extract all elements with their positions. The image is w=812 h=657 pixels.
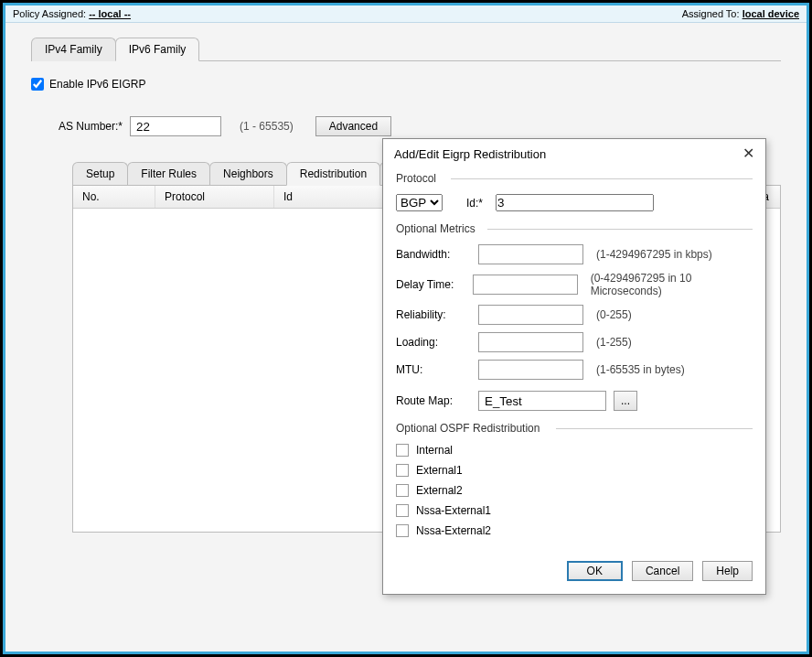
ospf-nssa2-label: Nssa-External2 [416, 524, 491, 537]
ospf-internal-row: Internal [396, 444, 753, 457]
ospf-nssa2-row: Nssa-External2 [396, 524, 753, 537]
loading-label: Loading: [396, 336, 471, 349]
mtu-hint: (1-65535 in bytes) [596, 363, 685, 376]
ospf-nssa1-checkbox[interactable] [396, 504, 409, 517]
topbar: Policy Assigned: -- local -- Assigned To… [5, 5, 807, 23]
assigned-to: Assigned To: local device [682, 8, 799, 19]
ospf-section-label: Optional OSPF Redistribution [396, 422, 753, 435]
as-number-input[interactable] [130, 116, 221, 136]
ospf-options: Internal External1 External2 Nssa-Extern… [396, 444, 753, 537]
enable-ipv6-eigrp-row: Enable IPv6 EIGRP [31, 78, 781, 91]
assigned-to-link[interactable]: local device [743, 8, 799, 19]
routemap-input[interactable] [478, 391, 606, 411]
col-protocol[interactable]: Protocol [155, 186, 274, 208]
bandwidth-hint: (1-4294967295 in kbps) [596, 248, 712, 261]
as-number-label: AS Number:* [59, 120, 123, 133]
tab-redistribution[interactable]: Redistribution [286, 162, 380, 186]
reliability-input[interactable] [478, 305, 583, 325]
tab-neighbors[interactable]: Neighbors [209, 162, 287, 186]
dialog-titlebar: Add/Edit Eigrp Redistribution ✕ [383, 139, 765, 168]
routemap-browse-button[interactable]: ... [614, 391, 637, 411]
ospf-nssa1-label: Nssa-External1 [416, 504, 491, 517]
ospf-nssa1-row: Nssa-External1 [396, 504, 753, 517]
mtu-label: MTU: [396, 363, 471, 376]
ospf-internal-checkbox[interactable] [396, 444, 409, 457]
dialog-body: Protocol BGP Id:* Optional Metrics Bandw… [383, 168, 765, 594]
reliability-label: Reliability: [396, 308, 471, 321]
tab-setup[interactable]: Setup [72, 162, 128, 186]
ospf-internal-label: Internal [416, 444, 453, 457]
bandwidth-input[interactable] [478, 244, 583, 264]
add-edit-eigrp-dialog: Add/Edit Eigrp Redistribution ✕ Protocol… [382, 138, 766, 595]
enable-ipv6-eigrp-label: Enable IPv6 EIGRP [49, 78, 145, 91]
bandwidth-row: Bandwidth: (1-4294967295 in kbps) [396, 244, 753, 264]
protocol-select[interactable]: BGP [396, 194, 443, 211]
ospf-external2-checkbox[interactable] [396, 484, 409, 497]
enable-ipv6-eigrp-checkbox[interactable] [31, 78, 44, 91]
as-number-row: AS Number:* (1 - 65535) Advanced [59, 116, 781, 136]
ospf-external1-checkbox[interactable] [396, 464, 409, 477]
delay-hint: (0-4294967295 in 10 Microseconds) [591, 272, 753, 297]
cancel-button[interactable]: Cancel [632, 561, 693, 581]
routemap-label: Route Map: [396, 394, 471, 407]
dialog-buttons: OK Cancel Help [396, 554, 753, 581]
family-tabs: IPv4 Family IPv6 Family [31, 38, 781, 61]
id-label: Id:* [466, 197, 483, 210]
as-number-range: (1 - 65535) [240, 120, 294, 133]
delay-input[interactable] [473, 275, 578, 295]
ospf-external2-row: External2 [396, 484, 753, 497]
id-input[interactable] [496, 194, 654, 211]
tab-ipv4-family[interactable]: IPv4 Family [31, 38, 116, 61]
metrics-section-label: Optional Metrics [396, 222, 753, 235]
delay-row: Delay Time: (0-4294967295 in 10 Microsec… [396, 272, 753, 297]
loading-input[interactable] [478, 332, 583, 352]
tab-filter-rules[interactable]: Filter Rules [127, 162, 210, 186]
protocol-row: BGP Id:* [396, 194, 753, 211]
mtu-row: MTU: (1-65535 in bytes) [396, 360, 753, 380]
mtu-input[interactable] [478, 360, 583, 380]
loading-row: Loading: (1-255) [396, 332, 753, 352]
ospf-external1-row: External1 [396, 464, 753, 477]
routemap-row: Route Map: ... [396, 391, 753, 411]
reliability-row: Reliability: (0-255) [396, 305, 753, 325]
ospf-external1-label: External1 [416, 464, 463, 477]
loading-hint: (1-255) [596, 336, 632, 349]
reliability-hint: (0-255) [596, 308, 632, 321]
close-icon[interactable]: ✕ [743, 146, 754, 161]
policy-assigned-link[interactable]: -- local -- [89, 8, 131, 19]
col-id[interactable]: Id [274, 186, 384, 208]
ospf-nssa2-checkbox[interactable] [396, 524, 409, 537]
dialog-title: Add/Edit Eigrp Redistribution [394, 147, 546, 161]
bandwidth-label: Bandwidth: [396, 248, 471, 261]
assigned-to-label: Assigned To: [682, 8, 740, 19]
protocol-section-label: Protocol [396, 172, 753, 185]
advanced-button[interactable]: Advanced [315, 116, 391, 136]
app-window: Policy Assigned: -- local -- Assigned To… [3, 3, 809, 654]
help-button[interactable]: Help [702, 561, 753, 581]
tab-ipv6-family[interactable]: IPv6 Family [115, 38, 200, 61]
policy-assigned-label: Policy Assigned: [13, 8, 86, 19]
ospf-external2-label: External2 [416, 484, 463, 497]
ok-button[interactable]: OK [567, 561, 623, 581]
col-no[interactable]: No. [73, 186, 155, 208]
delay-label: Delay Time: [396, 278, 465, 291]
policy-assigned: Policy Assigned: -- local -- [13, 8, 131, 19]
